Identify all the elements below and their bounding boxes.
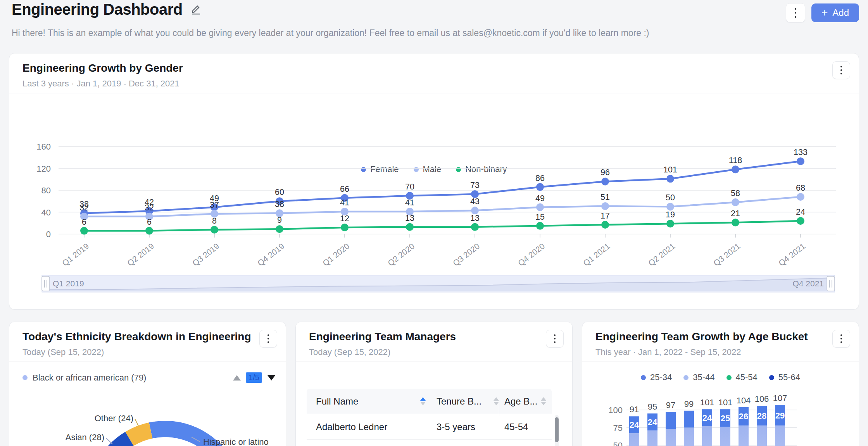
svg-text:26: 26 [739, 412, 748, 421]
legend-page-indicator: 1/5 [246, 372, 262, 383]
legend-page-up-icon[interactable] [233, 375, 241, 381]
svg-text:100: 100 [608, 405, 623, 415]
column-header-0[interactable]: Full Name [307, 396, 437, 407]
table-header-row: Full NameTenure B...Age B... [307, 389, 552, 414]
svg-text:91: 91 [630, 405, 639, 414]
bar-lower-segment[interactable] [647, 431, 657, 446]
table-row-partial[interactable] [307, 440, 552, 446]
legend-item-45-54[interactable]: 45-54 [726, 372, 758, 382]
dashboard-menu-button[interactable] [786, 3, 805, 22]
card-title: Engineering Growth by Gender [22, 62, 846, 74]
sort-asc-icon [420, 397, 426, 401]
svg-text:80: 80 [41, 186, 51, 195]
plus-icon: + [821, 7, 828, 18]
legend-item-35-44[interactable]: 35-44 [683, 372, 714, 382]
svg-text:Hispanic or latino: Hispanic or latino [203, 437, 269, 446]
svg-text:8: 8 [212, 216, 217, 226]
growth-by-age-card: Engineering Team Growth by Age Bucket Th… [582, 322, 859, 446]
bar-lower-segment[interactable] [739, 425, 749, 446]
bar-top-segment[interactable] [666, 412, 676, 429]
legend-dot [726, 375, 732, 380]
column-header-2[interactable]: Age B... [504, 396, 552, 407]
legend-item-black-or-african-american[interactable]: Black or african american (79) [22, 373, 146, 383]
bar-lower-segment[interactable] [629, 433, 639, 446]
team-managers-card: Engineering Team Managers Today (Sep 15,… [295, 322, 573, 446]
svg-text:37: 37 [210, 200, 219, 210]
sort-control[interactable] [420, 397, 426, 405]
bar-lower-segment[interactable] [720, 427, 730, 446]
edit-title-icon[interactable] [190, 4, 202, 15]
kebab-icon [795, 8, 797, 10]
card-menu-button[interactable] [546, 330, 564, 348]
svg-text:120: 120 [36, 164, 51, 174]
gender-line-chart[interactable]: 04080120160Q1 2019Q2 2019Q3 2019Q4 2019Q… [9, 131, 859, 310]
legend-page-down-icon[interactable] [267, 375, 276, 381]
bar-lower-segment[interactable] [702, 426, 712, 446]
svg-text:Q1 2021: Q1 2021 [582, 241, 612, 268]
card-header: Engineering Team Growth by Age Bucket Th… [582, 322, 859, 362]
svg-text:99: 99 [684, 399, 694, 409]
column-header-1[interactable]: Tenure B... [437, 396, 504, 407]
svg-text:Q1 2019: Q1 2019 [53, 279, 84, 288]
datazoom-handle-left[interactable] [42, 276, 50, 291]
legend-item-25-34[interactable]: 25-34 [641, 372, 672, 382]
sort-desc-icon [541, 402, 546, 405]
table-scrollbar-thumb[interactable] [555, 417, 559, 442]
svg-text:50: 50 [666, 193, 675, 202]
legend-item-55-64[interactable]: 55-64 [769, 372, 800, 382]
svg-text:101: 101 [718, 398, 733, 407]
bar-lower-segment[interactable] [775, 425, 785, 446]
legend-pager: 1/5 [233, 372, 276, 383]
card-menu-button[interactable] [832, 61, 850, 79]
svg-text:Q3 2020: Q3 2020 [451, 241, 481, 268]
table-row[interactable]: Adalberto Ledner3-5 years45-54 [307, 414, 552, 440]
datazoom-slider[interactable]: Q1 2019Q4 2021 [42, 275, 835, 292]
svg-text:Asian (28): Asian (28) [66, 432, 104, 442]
card-menu-button[interactable] [832, 330, 850, 348]
sort-control[interactable] [494, 397, 499, 405]
sort-desc-icon [494, 402, 499, 405]
card-subtitle: This year · Jan 1, 2022 - Sep 15, 2022 [595, 347, 846, 357]
svg-text:Q2 2021: Q2 2021 [647, 241, 677, 268]
sort-desc-icon [420, 402, 426, 405]
card-header: Engineering Growth by Gender Last 3 year… [9, 53, 859, 93]
svg-text:24: 24 [796, 207, 805, 217]
svg-text:24: 24 [630, 420, 639, 430]
bar-lower-segment[interactable] [666, 429, 676, 446]
svg-text:49: 49 [535, 194, 545, 203]
svg-text:106: 106 [755, 394, 769, 404]
svg-text:Q4 2020: Q4 2020 [516, 241, 547, 268]
age-chart-legend: 25-3435-4445-5455-64 [582, 372, 859, 382]
table-scrollbar-track[interactable] [555, 415, 559, 446]
svg-text:96: 96 [601, 168, 610, 177]
ethnicity-breakdown-card: Today's Ethnicity Breakdown in Engineeri… [9, 322, 286, 446]
svg-text:24: 24 [648, 417, 657, 427]
svg-text:0: 0 [46, 229, 51, 239]
page-title: Engineering Dashboard [12, 1, 183, 18]
card-menu-button[interactable] [259, 330, 277, 348]
svg-text:28: 28 [757, 411, 766, 421]
ethnicity-donut-chart[interactable]: Other (24)Asian (28)Hispanic or latino [9, 392, 286, 446]
bar-lower-segment[interactable] [757, 425, 767, 446]
age-bar-chart[interactable]: 1007550912495249799101241012510426106281… [582, 392, 859, 446]
svg-text:43: 43 [470, 197, 480, 206]
datazoom-handle-right[interactable] [827, 276, 835, 291]
svg-text:13: 13 [405, 214, 414, 223]
add-button[interactable]: + Add [811, 3, 859, 22]
bar-lower-segment[interactable] [684, 428, 694, 446]
page-header: Engineering Dashboard [12, 1, 202, 18]
svg-text:51: 51 [601, 193, 610, 202]
sort-control[interactable] [541, 397, 546, 405]
svg-text:Q1 2019: Q1 2019 [60, 241, 91, 268]
svg-text:70: 70 [405, 182, 414, 191]
svg-text:25: 25 [721, 413, 730, 423]
legend-dot [641, 375, 646, 380]
bar-top-segment[interactable] [684, 411, 694, 428]
svg-text:101: 101 [663, 165, 677, 174]
svg-text:75: 75 [613, 423, 623, 433]
svg-text:38: 38 [275, 200, 284, 209]
svg-text:Q3 2019: Q3 2019 [191, 241, 221, 268]
svg-text:19: 19 [666, 210, 675, 219]
svg-text:41: 41 [340, 198, 349, 207]
svg-text:21: 21 [731, 209, 740, 218]
